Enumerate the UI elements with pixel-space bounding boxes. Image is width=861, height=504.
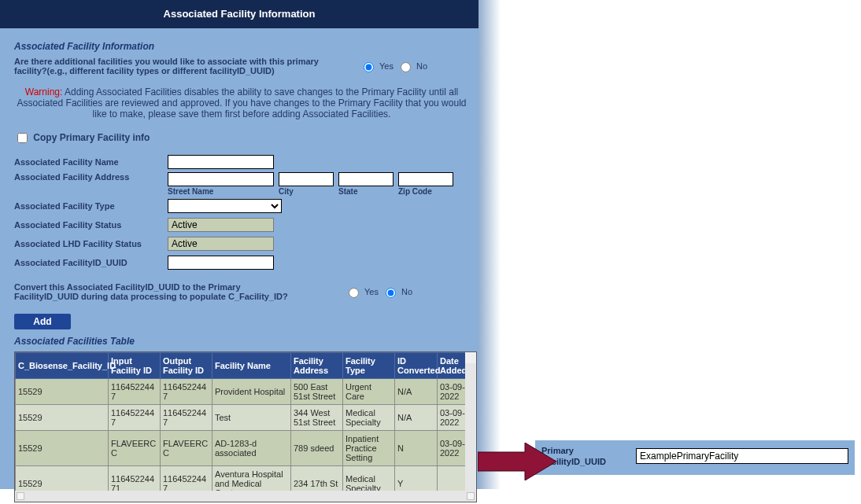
radio-yes-label: Yes bbox=[379, 61, 394, 71]
table-cell: FLAVEERCC bbox=[109, 431, 161, 466]
table-cell: 789 sdeed bbox=[291, 431, 343, 466]
zip-input[interactable] bbox=[398, 172, 453, 186]
table-cell: Test bbox=[212, 405, 291, 431]
table-cell: 1164522447 bbox=[161, 379, 212, 405]
warning-body: Adding Associated Facilities disables th… bbox=[17, 86, 467, 120]
panel-shadow bbox=[479, 0, 501, 489]
convert-yes-radio[interactable] bbox=[349, 288, 359, 298]
convert-yes-label: Yes bbox=[364, 287, 379, 296]
facilities-table-wrapper: C_Biosense_Facility_ID Input Facility ID… bbox=[14, 351, 477, 502]
table-header-row: C_Biosense_Facility_ID Input Facility ID… bbox=[16, 353, 471, 379]
facility-name-label: Associated Facility Name bbox=[14, 157, 168, 167]
col-input-id[interactable]: Input Facility ID bbox=[109, 353, 161, 379]
city-input[interactable] bbox=[279, 172, 334, 186]
table-cell: 15529 bbox=[16, 379, 109, 405]
table-horizontal-scrollbar[interactable] bbox=[15, 491, 476, 502]
facility-address-label: Associated Facility Address bbox=[14, 172, 168, 182]
additional-yes-radio[interactable] bbox=[364, 62, 374, 72]
additional-facilities-question: Are there additional facilities you woul… bbox=[14, 57, 341, 75]
facility-name-input[interactable] bbox=[168, 155, 274, 169]
table-cell: Inpatient Practice Setting bbox=[343, 431, 395, 466]
convert-no-radio[interactable] bbox=[386, 288, 396, 298]
col-facility-address[interactable]: Facility Address bbox=[291, 353, 343, 379]
table-row[interactable]: 1552911645224471164522447Test344 West 51… bbox=[16, 405, 471, 431]
facility-uuid-label: Associated FacilityID_UUID bbox=[14, 258, 168, 267]
table-cell: 1164522447 bbox=[161, 405, 212, 431]
state-sublabel: State bbox=[338, 187, 394, 196]
table-cell: FLAVEERCC bbox=[161, 431, 212, 466]
city-sublabel: City bbox=[279, 187, 334, 196]
table-cell: AD-1283-d associated bbox=[212, 431, 291, 466]
table-cell: 1164522447 bbox=[109, 379, 161, 405]
table-cell: 15529 bbox=[16, 431, 109, 466]
convert-question: Convert this Associated FacilityID_UUID … bbox=[14, 282, 305, 301]
svg-marker-0 bbox=[478, 443, 556, 480]
table-cell: N/A bbox=[395, 379, 438, 405]
radio-no-label: No bbox=[416, 61, 427, 71]
table-cell: Urgent Care bbox=[343, 379, 395, 405]
add-button[interactable]: Add bbox=[14, 314, 71, 329]
lhd-status-label: Associated LHD Facility Status bbox=[14, 239, 168, 248]
facility-status-label: Associated Facility Status bbox=[14, 220, 168, 230]
facility-uuid-input[interactable] bbox=[168, 256, 274, 270]
facility-status-value: Active bbox=[168, 218, 274, 232]
col-facility-type[interactable]: Facility Type bbox=[343, 353, 395, 379]
table-cell: 15529 bbox=[16, 405, 109, 431]
table-cell: 1164522447 bbox=[109, 405, 161, 431]
additional-no-radio[interactable] bbox=[401, 62, 411, 72]
warning-text: Warning: Adding Associated Facilities di… bbox=[14, 86, 469, 120]
zip-sublabel: Zip Code bbox=[398, 187, 453, 196]
copy-primary-label: Copy Primary Facility info bbox=[33, 132, 150, 143]
arrow-icon bbox=[478, 443, 556, 480]
col-facility-name[interactable]: Facility Name bbox=[212, 353, 291, 379]
facilities-table: C_Biosense_Facility_ID Input Facility ID… bbox=[15, 352, 471, 502]
primary-uuid-input[interactable] bbox=[636, 448, 848, 464]
facility-type-label: Associated Facility Type bbox=[14, 201, 168, 211]
table-cell: N bbox=[395, 431, 438, 466]
section-title: Associated Facility Information bbox=[14, 41, 469, 52]
scroll-right-icon[interactable] bbox=[467, 492, 475, 500]
convert-no-label: No bbox=[401, 287, 412, 296]
lhd-status-value: Active bbox=[168, 237, 274, 251]
panel-title: Associated Facility Information bbox=[164, 8, 316, 20]
street-sublabel: Street Name bbox=[168, 187, 274, 196]
state-input[interactable] bbox=[338, 172, 394, 186]
col-id-converted[interactable]: ID Converted bbox=[395, 353, 438, 379]
table-row[interactable]: 1552911645224471164522447Provident Hospi… bbox=[16, 379, 471, 405]
facility-type-select[interactable] bbox=[168, 199, 282, 213]
associated-facility-panel: Associated Facility Information Associat… bbox=[0, 0, 479, 489]
copy-primary-checkbox[interactable] bbox=[17, 133, 28, 143]
table-vertical-scrollbar[interactable] bbox=[465, 352, 476, 491]
street-input[interactable] bbox=[168, 172, 274, 186]
table-cell: 344 West 51st Street bbox=[291, 405, 343, 431]
panel-title-bar: Associated Facility Information bbox=[0, 0, 479, 28]
table-title: Associated Facilities Table bbox=[14, 336, 469, 347]
table-cell: Provident Hospital bbox=[212, 379, 291, 405]
col-output-id[interactable]: Output Facility ID bbox=[161, 353, 212, 379]
col-biosense-id[interactable]: C_Biosense_Facility_ID bbox=[16, 353, 109, 379]
table-row[interactable]: 15529FLAVEERCCFLAVEERCCAD-1283-d associa… bbox=[16, 431, 471, 466]
primary-uuid-callout: Primary FacilityID_UUID bbox=[535, 440, 855, 475]
warning-prefix: Warning: bbox=[25, 86, 63, 97]
table-cell: 500 East 51st Street bbox=[291, 379, 343, 405]
table-cell: N/A bbox=[395, 405, 438, 431]
scroll-left-icon[interactable] bbox=[17, 492, 24, 500]
table-cell: Medical Specialty bbox=[343, 405, 395, 431]
